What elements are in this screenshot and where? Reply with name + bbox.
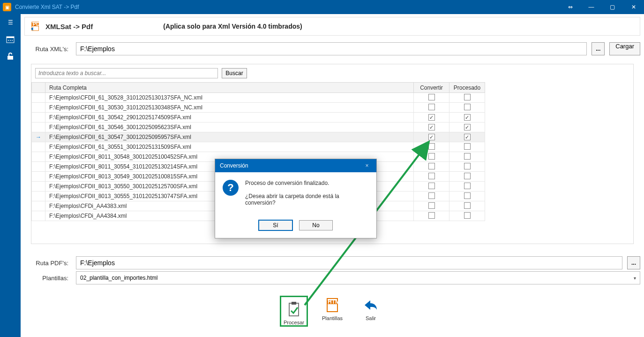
cargar-button[interactable]: Cargar [609, 42, 640, 55]
cell-procesado[interactable] [449, 201, 485, 211]
dialog-title: Conversión [220, 162, 248, 169]
svg-rect-9 [289, 303, 299, 316]
col-convertir[interactable]: Convertir [414, 83, 449, 93]
svg-point-4 [12, 40, 13, 41]
search-input[interactable] [35, 68, 218, 78]
table-row[interactable]: →F:\Ejemplos\CFDII_61_30547_300120250959… [32, 132, 485, 142]
page-header: PDF XMLSat -> Pdf (Aplica solo para Xml … [24, 17, 640, 36]
cell-procesado[interactable]: ✓ [449, 123, 485, 132]
svg-point-2 [8, 40, 9, 41]
plantillas-button[interactable]: HTML Plantillas [318, 296, 346, 327]
cell-convertir[interactable] [414, 152, 449, 162]
col-ruta[interactable]: Ruta Completa [45, 83, 414, 93]
ruta-xml-label: Ruta XML's: [24, 46, 71, 53]
back-arrow-icon [360, 296, 381, 314]
ruta-pdf-input[interactable]: F:\Ejemplos [76, 256, 622, 269]
minimize-button[interactable]: — [581, 0, 602, 14]
cell-convertir[interactable] [414, 93, 449, 103]
cell-procesado[interactable] [449, 182, 485, 191]
ruta-pdf-label: Ruta PDF's: [24, 260, 71, 267]
cell-procesado[interactable] [449, 152, 485, 162]
row-marker [32, 162, 45, 172]
salir-label: Salir [366, 315, 376, 321]
plantillas-tool-label: Plantillas [322, 315, 343, 321]
close-button[interactable]: ✕ [623, 0, 644, 14]
unlock-icon[interactable] [3, 51, 17, 62]
svg-text:HTML: HTML [328, 299, 339, 305]
cell-convertir[interactable] [414, 103, 449, 113]
svg-text:PDF: PDF [33, 21, 41, 27]
browse-xml-button[interactable]: ... [592, 42, 605, 55]
cell-path: F:\Ejemplos\CFDII_61_30530_3101202513034… [45, 103, 414, 113]
cell-procesado[interactable]: ✓ [449, 132, 485, 142]
browse-pdf-button[interactable]: ... [627, 256, 640, 269]
col-procesado[interactable]: Procesado [449, 83, 485, 93]
search-button[interactable]: Buscar [222, 68, 247, 78]
cell-convertir[interactable] [414, 201, 449, 211]
row-marker [32, 123, 45, 132]
cell-convertir[interactable] [414, 191, 449, 201]
cell-convertir[interactable] [414, 162, 449, 172]
clipboard-check-icon [284, 300, 304, 319]
cell-path: F:\Ejemplos\CFDII_61_30528_3101202513013… [45, 93, 414, 103]
plantillas-select[interactable]: 02_plantilla_con_importes.html ▾ [76, 271, 640, 284]
cell-convertir[interactable] [414, 211, 449, 221]
cell-convertir[interactable] [414, 172, 449, 182]
col-marker [32, 83, 45, 93]
cell-convertir[interactable] [414, 182, 449, 191]
row-marker [32, 201, 45, 211]
cell-procesado[interactable] [449, 142, 485, 152]
row-marker [32, 93, 45, 103]
table-row[interactable]: F:\Ejemplos\CFDII_61_30551_3001202513150… [32, 142, 485, 152]
row-marker [32, 182, 45, 191]
row-marker [32, 152, 45, 162]
sidebar: ☰ [0, 14, 21, 337]
cell-procesado[interactable] [449, 103, 485, 113]
row-marker [32, 172, 45, 182]
row-marker: → [32, 132, 45, 142]
maximize-button[interactable]: ▢ [602, 0, 623, 14]
plantillas-value: 02_plantilla_con_importes.html [80, 275, 157, 281]
dialog-close-button[interactable]: × [362, 162, 372, 169]
table-row[interactable]: F:\Ejemplos\CFDII_61_30528_3101202513013… [32, 93, 485, 103]
menu-icon[interactable]: ☰ [3, 17, 17, 28]
table-row[interactable]: F:\Ejemplos\CFDII_61_30542_2901202517450… [32, 113, 485, 123]
svg-point-3 [10, 40, 11, 41]
question-icon: ? [223, 180, 239, 196]
ruta-xml-input[interactable]: F:\Ejemplos [76, 42, 587, 55]
page-title: XMLSat -> Pdf [45, 23, 93, 31]
calendar-icon[interactable] [3, 34, 17, 45]
dialog-line2: ¿Desea abrir la carpeta donde está la co… [245, 193, 369, 206]
cell-procesado[interactable] [449, 211, 485, 221]
app-icon: ▣ [3, 3, 11, 11]
row-marker [32, 113, 45, 123]
table-row[interactable]: F:\Ejemplos\CFDII_61_30546_3001202509562… [32, 123, 485, 132]
cell-path: F:\Ejemplos\CFDII_61_30551_3001202513150… [45, 142, 414, 152]
page-subtitle: (Aplica solo para Xml Versión 4.0 timbra… [163, 23, 302, 30]
row-marker [32, 191, 45, 201]
cell-convertir[interactable]: ✓ [414, 123, 449, 132]
chevron-down-icon: ▾ [634, 276, 636, 281]
resize-drag-icon[interactable]: ⇔ [560, 0, 581, 14]
dialog-line1: Proceso de conversión finalizado. [245, 180, 369, 186]
title-bar: ▣ Convierte Xml SAT -> Pdf ⇔ — ▢ ✕ [0, 0, 644, 14]
cell-procesado[interactable] [449, 93, 485, 103]
dialog-no-button[interactable]: No [299, 220, 333, 230]
row-marker [32, 211, 45, 221]
cell-procesado[interactable] [449, 172, 485, 182]
cell-procesado[interactable]: ✓ [449, 113, 485, 123]
dialog-yes-button[interactable]: Sí [259, 220, 292, 230]
cell-path: F:\Ejemplos\CFDII_61_30547_3001202509595… [45, 132, 414, 142]
cell-convertir[interactable]: ✓ [414, 132, 449, 142]
plantillas-label: Plantillas: [24, 275, 71, 282]
cell-convertir[interactable] [414, 142, 449, 152]
svg-rect-5 [7, 56, 13, 60]
cell-procesado[interactable] [449, 162, 485, 172]
window-title: Convierte Xml SAT -> Pdf [15, 4, 79, 10]
cell-convertir[interactable]: ✓ [414, 113, 449, 123]
procesar-button[interactable]: Procesar [280, 296, 308, 327]
table-row[interactable]: F:\Ejemplos\CFDII_61_30530_3101202513034… [32, 103, 485, 113]
cell-procesado[interactable] [449, 191, 485, 201]
svg-rect-10 [292, 302, 296, 305]
salir-button[interactable]: Salir [357, 296, 385, 327]
